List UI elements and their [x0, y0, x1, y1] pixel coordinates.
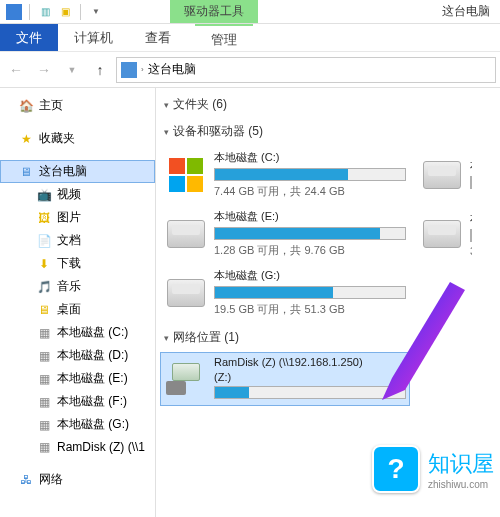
- sidebar-item[interactable]: 📺视频: [0, 183, 155, 206]
- item-label: 本地磁盘 (E:): [57, 370, 128, 387]
- sidebar-item[interactable]: ▦本地磁盘 (F:): [0, 390, 155, 413]
- sidebar-item[interactable]: 🖥桌面: [0, 298, 155, 321]
- sidebar-item[interactable]: ⬇下载: [0, 252, 155, 275]
- sidebar-item[interactable]: ▦本地磁盘 (C:): [0, 321, 155, 344]
- sidebar-network[interactable]: 🖧 网络: [0, 468, 155, 491]
- tab-manage[interactable]: 管理: [195, 24, 253, 51]
- item-icon: ▦: [36, 348, 52, 364]
- drive-icon: [164, 273, 208, 313]
- tab-file[interactable]: 文件: [0, 24, 58, 51]
- home-icon: 🏠: [18, 98, 34, 114]
- sidebar-item[interactable]: ▦本地磁盘 (E:): [0, 367, 155, 390]
- ribbon-tabs: 文件 计算机 查看 管理: [0, 24, 500, 52]
- network-icon: 🖧: [18, 472, 34, 488]
- sidebar-favorites[interactable]: ★ 收藏夹: [0, 127, 155, 150]
- item-label: 视频: [57, 186, 81, 203]
- ribbon-context-tab: 驱动器工具: [170, 0, 258, 23]
- drive-tile[interactable]: 本 30: [416, 205, 476, 262]
- breadcrumb[interactable]: › 这台电脑: [116, 57, 496, 83]
- drive-capacity-bar: [470, 229, 472, 242]
- tab-computer[interactable]: 计算机: [58, 24, 129, 51]
- network-drive-icon: [164, 359, 208, 399]
- sidebar-this-pc[interactable]: 🖥 这台电脑: [0, 160, 155, 183]
- drive-capacity-bar: [214, 386, 406, 399]
- section-devices[interactable]: 设备和驱动器 (5): [162, 119, 500, 146]
- sidebar-item[interactable]: 🎵音乐: [0, 275, 155, 298]
- drive-name: 本: [470, 158, 472, 173]
- drive-capacity-bar: [214, 168, 406, 181]
- sidebar-item[interactable]: ▦本地磁盘 (G:): [0, 413, 155, 436]
- qat-folder-icon[interactable]: ▣: [57, 4, 73, 20]
- drive-stat: 1.28 GB 可用，共 9.76 GB: [214, 243, 406, 258]
- window-system-icon[interactable]: [6, 4, 22, 20]
- sidebar-item[interactable]: 📄文档: [0, 229, 155, 252]
- nav-up-button[interactable]: ↑: [88, 58, 112, 82]
- drive-name: 本地磁盘 (E:): [214, 209, 406, 224]
- drive-stat: 19.5 GB 可用，共 51.3 GB: [214, 302, 406, 317]
- computer-icon: 🖥: [18, 164, 34, 180]
- item-label: 本地磁盘 (C:): [57, 324, 128, 341]
- item-label: 本地磁盘 (D:): [57, 347, 128, 364]
- item-label: RamDisk (Z) (\\1: [57, 440, 145, 454]
- breadcrumb-icon: [121, 62, 137, 78]
- nav-forward-button[interactable]: →: [32, 58, 56, 82]
- nav-recent-dropdown[interactable]: ▼: [60, 58, 84, 82]
- drive-icon: [164, 155, 208, 195]
- drive-tile[interactable]: 本地磁盘 (C:) 7.44 GB 可用，共 24.4 GB: [160, 146, 410, 203]
- sidebar-item[interactable]: 🖼图片: [0, 206, 155, 229]
- drive-sub: (Z:): [214, 371, 406, 383]
- item-icon: ▦: [36, 371, 52, 387]
- drive-tile[interactable]: 本: [416, 146, 476, 203]
- item-label: 下载: [57, 255, 81, 272]
- drive-name: RamDisk (Z) (\\192.168.1.250): [214, 356, 406, 368]
- title-bar: ▥ ▣ ▼ 驱动器工具 这台电脑: [0, 0, 500, 24]
- item-icon: 📺: [36, 187, 52, 203]
- item-icon: 🖼: [36, 210, 52, 226]
- nav-sidebar: 🏠 主页 ★ 收藏夹 🖥 这台电脑 📺视频🖼图片📄文档⬇下载🎵音乐🖥桌面▦本地磁…: [0, 88, 156, 517]
- drive-capacity-bar: [214, 227, 406, 240]
- item-label: 桌面: [57, 301, 81, 318]
- item-label: 图片: [57, 209, 81, 226]
- drive-name: 本地磁盘 (G:): [214, 268, 406, 283]
- item-icon: ⬇: [36, 256, 52, 272]
- drive-name: 本地磁盘 (C:): [214, 150, 406, 165]
- watermark-url: zhishiwu.com: [428, 479, 494, 490]
- qat-properties-icon[interactable]: ▥: [37, 4, 53, 20]
- drive-icon: [420, 155, 464, 195]
- chevron-right-icon[interactable]: ›: [141, 65, 144, 74]
- tab-view[interactable]: 查看: [129, 24, 187, 51]
- watermark-name: 知识屋: [428, 449, 494, 479]
- drive-icon: [164, 214, 208, 254]
- item-icon: ▦: [36, 417, 52, 433]
- item-label: 文档: [57, 232, 81, 249]
- section-network[interactable]: 网络位置 (1): [162, 325, 500, 352]
- item-icon: ▦: [36, 325, 52, 341]
- qat-dropdown-icon[interactable]: ▼: [88, 4, 104, 20]
- sidebar-home[interactable]: 🏠 主页: [0, 94, 155, 117]
- drive-icon: [420, 214, 464, 254]
- item-icon: ▦: [36, 394, 52, 410]
- drive-name: 本: [470, 211, 472, 226]
- nav-back-button[interactable]: ←: [4, 58, 28, 82]
- item-label: 音乐: [57, 278, 81, 295]
- drive-capacity-bar: [214, 286, 406, 299]
- sidebar-item[interactable]: ▦本地磁盘 (D:): [0, 344, 155, 367]
- drive-tile[interactable]: 本地磁盘 (G:) 19.5 GB 可用，共 51.3 GB: [160, 264, 410, 321]
- drive-stat: 30: [470, 245, 472, 257]
- watermark: ? 知识屋 zhishiwu.com: [366, 439, 500, 499]
- star-icon: ★: [18, 131, 34, 147]
- drive-capacity-bar: [470, 176, 472, 189]
- item-icon: 📄: [36, 233, 52, 249]
- window-title: 这台电脑: [442, 3, 500, 20]
- network-drive-tile[interactable]: RamDisk (Z) (\\192.168.1.250) (Z:): [160, 352, 410, 406]
- watermark-icon: ?: [372, 445, 420, 493]
- drive-tile[interactable]: 本地磁盘 (E:) 1.28 GB 可用，共 9.76 GB: [160, 205, 410, 262]
- sidebar-item[interactable]: ▦RamDisk (Z) (\\1: [0, 436, 155, 458]
- section-folders[interactable]: 文件夹 (6): [162, 92, 500, 119]
- nav-bar: ← → ▼ ↑ › 这台电脑: [0, 52, 500, 88]
- item-icon: 🖥: [36, 302, 52, 318]
- item-label: 本地磁盘 (G:): [57, 416, 129, 433]
- item-icon: 🎵: [36, 279, 52, 295]
- breadcrumb-location[interactable]: 这台电脑: [148, 61, 196, 78]
- item-label: 本地磁盘 (F:): [57, 393, 127, 410]
